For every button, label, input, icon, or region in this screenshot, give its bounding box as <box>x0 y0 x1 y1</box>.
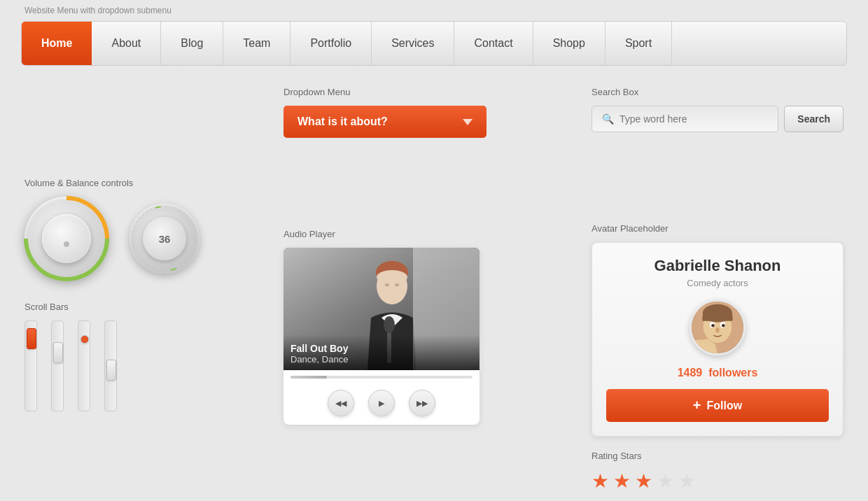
sb-track-3[interactable] <box>78 320 90 411</box>
scrollbar-2[interactable] <box>51 320 64 411</box>
followers-number: 1489 <box>678 367 703 379</box>
avatar-image <box>690 299 746 355</box>
star-1[interactable]: ★ <box>592 470 609 493</box>
nav-item-home[interactable]: Home <box>22 22 92 65</box>
progress-fill <box>290 376 327 379</box>
star-5[interactable]: ★ <box>678 470 696 493</box>
svg-point-6 <box>384 316 395 333</box>
volume-label: Volume & Balance controls <box>24 178 270 188</box>
nav-item-sport[interactable]: Sport <box>606 22 672 65</box>
volume-knob-inner <box>42 214 91 263</box>
nav-item-services[interactable]: Services <box>372 22 454 65</box>
avatar-card: Gabrielle Shanon Comedy actors <box>592 242 844 437</box>
audio-section: Audio Player <box>284 229 578 425</box>
volume-knob[interactable] <box>24 197 108 281</box>
scrollbar-3[interactable] <box>78 320 90 411</box>
avatar-role: Comedy actors <box>606 278 829 288</box>
left-column: Volume & Balance controls 36 <box>24 80 270 493</box>
scrollbar-label: Scroll Bars <box>24 302 270 312</box>
nav-item-portfolio[interactable]: Portfolio <box>290 22 372 65</box>
progress-track[interactable] <box>290 376 472 379</box>
search-input[interactable] <box>620 113 768 125</box>
volume-section: Volume & Balance controls 36 <box>24 178 270 281</box>
rewind-button[interactable]: ◀◀ <box>328 390 354 416</box>
sb-thumb-1[interactable] <box>27 328 36 349</box>
search-icon: 🔍 <box>602 113 614 125</box>
avatar-name: Gabrielle Shanon <box>606 257 829 275</box>
dropdown-section: Dropdown Menu What is it about? <box>284 87 578 138</box>
balance-knob-inner: 36 <box>143 217 186 260</box>
nav-item-contact[interactable]: Contact <box>454 22 533 65</box>
star-3[interactable]: ★ <box>635 470 652 493</box>
player-song-title: Fall Out Boy <box>290 343 472 354</box>
fast-forward-button[interactable]: ▶▶ <box>409 390 435 416</box>
svg-point-18 <box>722 324 725 327</box>
mid-column: Dropdown Menu What is it about? Audio Pl… <box>284 80 578 493</box>
search-section: Search Box 🔍 Search <box>592 87 844 132</box>
search-row: 🔍 Search <box>592 106 844 132</box>
player-song-subtitle: Dance, Dance <box>290 354 472 365</box>
sb-thumb-4[interactable] <box>106 360 116 381</box>
player-overlay: Fall Out Boy Dance, Dance <box>284 334 479 370</box>
svg-point-17 <box>711 324 715 327</box>
follower-count: 1489 followers <box>606 367 829 379</box>
balance-knob[interactable]: 36 <box>130 204 200 274</box>
balance-knob-container[interactable]: 36 <box>130 204 200 274</box>
player-card: Fall Out Boy Dance, Dance ◀◀ ▶ ▶▶ <box>284 248 479 425</box>
sb-thumb-3[interactable] <box>80 335 89 344</box>
knob-row: 36 <box>24 197 270 281</box>
page-label: Website Menu with dropdown submenu <box>0 0 868 21</box>
player-progress[interactable] <box>284 370 479 381</box>
scrollbar-section: Scroll Bars <box>24 302 270 411</box>
nav-item-team[interactable]: Team <box>223 22 290 65</box>
avatar-svg <box>692 299 743 355</box>
main-content: Volume & Balance controls 36 <box>0 80 868 493</box>
svg-point-11 <box>377 270 407 284</box>
dropdown-button[interactable]: What is it about? <box>284 106 486 138</box>
balance-value: 36 <box>159 233 171 245</box>
nav-item-shopp[interactable]: Shopp <box>533 22 606 65</box>
player-image: Fall Out Boy Dance, Dance <box>284 248 479 370</box>
sb-track-1[interactable] <box>24 320 37 411</box>
star-4[interactable]: ★ <box>657 470 674 493</box>
play-button[interactable]: ▶ <box>368 390 395 416</box>
svg-point-19 <box>715 327 720 332</box>
rating-section: Rating Stars ★ ★ ★ ★ ★ <box>592 451 844 493</box>
follow-button[interactable]: + Follow <box>606 389 829 422</box>
search-input-wrap: 🔍 <box>592 106 778 132</box>
right-column: Search Box 🔍 Search Avatar Placeholder G… <box>592 80 844 493</box>
nav-bar: Home About Blog Team Portfolio Services … <box>21 21 847 66</box>
player-controls: ◀◀ ▶ ▶▶ <box>284 381 479 425</box>
search-button[interactable]: Search <box>784 106 844 132</box>
volume-knob-dot <box>64 241 69 247</box>
scrollbar-row <box>24 320 270 411</box>
rating-label: Rating Stars <box>592 451 844 461</box>
stars-row: ★ ★ ★ ★ ★ <box>592 470 844 493</box>
scrollbar-4[interactable] <box>104 320 117 411</box>
follow-label: Follow <box>707 400 743 412</box>
star-2[interactable]: ★ <box>613 470 631 493</box>
sb-thumb-2[interactable] <box>53 342 63 363</box>
search-label: Search Box <box>592 87 844 97</box>
avatar-section: Avatar Placeholder Gabrielle Shanon Come… <box>592 223 844 437</box>
nav-item-about[interactable]: About <box>92 22 161 65</box>
sb-track-4[interactable] <box>104 320 117 411</box>
nav-item-blog[interactable]: Blog <box>161 22 223 65</box>
dropdown-button-text: What is it about? <box>298 115 388 128</box>
scrollbar-1[interactable] <box>24 320 37 411</box>
dropdown-arrow-icon <box>463 119 472 125</box>
followers-text: followers <box>708 367 757 379</box>
sb-track-2[interactable] <box>51 320 64 411</box>
audio-label: Audio Player <box>284 229 578 239</box>
follow-plus-icon: + <box>693 397 701 414</box>
dropdown-label: Dropdown Menu <box>284 87 578 97</box>
avatar-section-label: Avatar Placeholder <box>592 223 844 234</box>
